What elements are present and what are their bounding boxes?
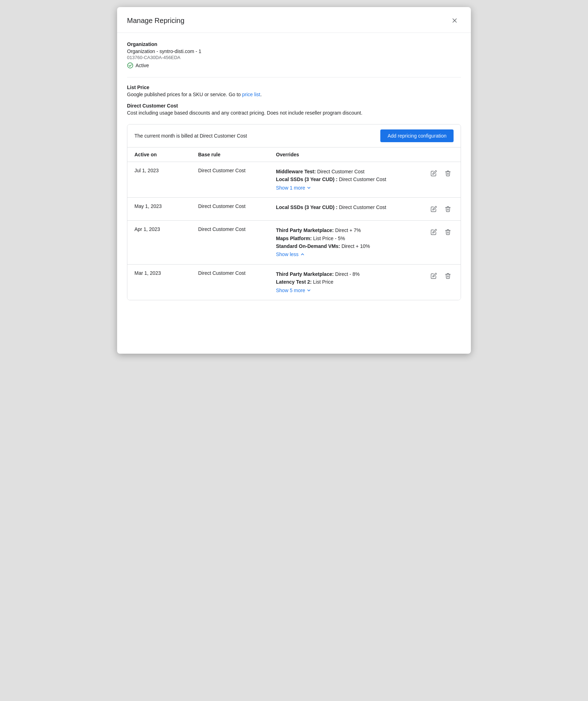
list-price-text-after: . xyxy=(260,92,262,97)
header-actions xyxy=(425,152,454,157)
overrides-cell: Third Party Marketplace: Direct - 8% Lat… xyxy=(276,270,425,294)
chevron-down-icon xyxy=(306,288,311,293)
close-icon xyxy=(451,17,458,24)
chevron-down-icon xyxy=(306,185,311,190)
edit-button[interactable] xyxy=(428,203,439,215)
organization-section: Organization Organization - syntro-disti… xyxy=(127,41,461,69)
override-item: Maps Platform: List Price - 5% xyxy=(276,234,425,242)
table-row: Jul 1, 2023 Direct Customer Cost Middlew… xyxy=(127,162,461,197)
edit-icon xyxy=(431,170,437,176)
override-item: Third Party Marketplace: Direct + 7% xyxy=(276,226,425,234)
action-buttons-cell xyxy=(425,168,454,179)
show-5-more-button[interactable]: Show 5 more xyxy=(276,288,311,293)
modal-body: Organization Organization - syntro-disti… xyxy=(117,33,471,309)
delete-button[interactable] xyxy=(442,168,454,179)
edit-icon xyxy=(431,273,437,279)
base-rule-cell: Direct Customer Cost xyxy=(198,226,276,232)
delete-button[interactable] xyxy=(442,226,454,238)
override-item: Standard On-Demand VMs: Direct + 10% xyxy=(276,242,425,250)
chevron-up-icon xyxy=(300,252,305,257)
status-badge: Active xyxy=(127,62,461,69)
divider-1 xyxy=(127,77,461,77)
override-item: Third Party Marketplace: Direct - 8% xyxy=(276,270,425,278)
billing-notice-text: The current month is billed at Direct Cu… xyxy=(134,133,247,139)
direct-customer-cost-label: Direct Customer Cost xyxy=(127,103,461,109)
delete-button[interactable] xyxy=(442,203,454,215)
base-rule-cell: Direct Customer Cost xyxy=(198,168,276,173)
active-on-cell: Jul 1, 2023 xyxy=(134,168,198,173)
active-on-cell: Mar 1, 2023 xyxy=(134,270,198,276)
billing-info-box: The current month is billed at Direct Cu… xyxy=(127,124,461,300)
trash-icon xyxy=(445,229,451,235)
organization-id: 013760-CA30DA-456EDA xyxy=(127,55,461,60)
overrides-cell: Middleware Test: Direct Customer Cost Lo… xyxy=(276,168,425,192)
overrides-cell: Local SSDs (3 Year CUD) : Direct Custome… xyxy=(276,203,425,211)
trash-icon xyxy=(445,170,451,176)
direct-customer-cost-description: Cost including usage based discounts and… xyxy=(127,110,461,116)
action-buttons-cell xyxy=(425,270,454,282)
list-price-description: Google published prices for a SKU or ser… xyxy=(127,92,461,97)
svg-point-2 xyxy=(128,63,133,68)
active-on-cell: May 1, 2023 xyxy=(134,203,198,209)
organization-label: Organization xyxy=(127,41,461,47)
table-row: Apr 1, 2023 Direct Customer Cost Third P… xyxy=(127,220,461,264)
override-item: Local SSDs (3 Year CUD) : Direct Custome… xyxy=(276,203,425,211)
list-price-text-before: Google published prices for a SKU or ser… xyxy=(127,92,242,97)
table-row: Mar 1, 2023 Direct Customer Cost Third P… xyxy=(127,264,461,300)
list-price-label: List Price xyxy=(127,85,461,90)
show-1-more-button[interactable]: Show 1 more xyxy=(276,185,311,191)
edit-button[interactable] xyxy=(428,226,439,238)
action-buttons-cell xyxy=(425,226,454,238)
direct-customer-cost-section: Direct Customer Cost Cost including usag… xyxy=(127,103,461,116)
delete-button[interactable] xyxy=(442,270,454,282)
overrides-cell: Third Party Marketplace: Direct + 7% Map… xyxy=(276,226,425,259)
table-row: May 1, 2023 Direct Customer Cost Local S… xyxy=(127,197,461,220)
header-base-rule: Base rule xyxy=(198,152,276,157)
show-less-button[interactable]: Show less xyxy=(276,251,305,257)
manage-repricing-modal: Manage Repricing Organization Organizati… xyxy=(117,7,471,354)
active-status-icon xyxy=(127,62,133,69)
list-price-section: List Price Google published prices for a… xyxy=(127,85,461,97)
action-buttons-cell xyxy=(425,203,454,215)
header-active-on: Active on xyxy=(134,152,198,157)
edit-button[interactable] xyxy=(428,168,439,179)
edit-icon xyxy=(431,229,437,235)
modal-header: Manage Repricing xyxy=(117,7,471,33)
edit-button[interactable] xyxy=(428,270,439,282)
trash-icon xyxy=(445,206,451,212)
base-rule-cell: Direct Customer Cost xyxy=(198,203,276,209)
base-rule-cell: Direct Customer Cost xyxy=(198,270,276,276)
trash-icon xyxy=(445,273,451,279)
header-overrides: Overrides xyxy=(276,152,425,157)
organization-name: Organization - syntro-disti.com - 1 xyxy=(127,48,461,54)
add-repricing-config-button[interactable]: Add repricing configuration xyxy=(380,129,454,142)
override-item: Local SSDs (3 Year CUD) : Direct Custome… xyxy=(276,175,425,183)
close-button[interactable] xyxy=(448,14,461,27)
table-header: Active on Base rule Overrides xyxy=(127,147,461,162)
override-item: Latency Test 2: List Price xyxy=(276,278,425,286)
active-on-cell: Apr 1, 2023 xyxy=(134,226,198,232)
billing-header-row: The current month is billed at Direct Cu… xyxy=(127,124,461,147)
price-list-link[interactable]: price list xyxy=(242,92,260,97)
modal-title: Manage Repricing xyxy=(127,17,184,25)
override-item: Middleware Test: Direct Customer Cost xyxy=(276,168,425,175)
status-text: Active xyxy=(136,63,149,68)
edit-icon xyxy=(431,206,437,212)
